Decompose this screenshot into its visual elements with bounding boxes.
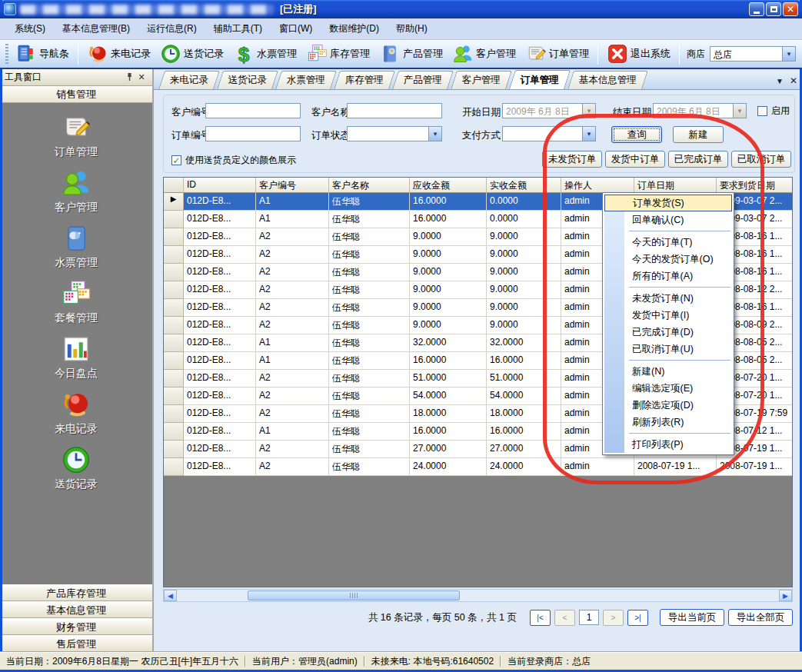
tab-2[interactable]: 水票管理 xyxy=(275,71,337,89)
delivery-color-checkbox[interactable]: ✓ xyxy=(171,155,181,165)
sidebar-item-1[interactable]: 客户管理 xyxy=(18,168,134,223)
table-row[interactable]: 012D-E8...A2伍华聪24.000024.0000admin2008-0… xyxy=(164,458,792,476)
start-date-picker[interactable]: 2009年 6月 8日 ▼ xyxy=(502,103,596,118)
product-book-icon xyxy=(379,43,401,65)
menubar-item-1[interactable]: 基本信息管理(B) xyxy=(54,20,138,38)
menubar-item-0[interactable]: 系统(S) xyxy=(6,20,54,38)
quick-filter-button-1[interactable]: 发货中订单 xyxy=(605,151,665,168)
toolbar-button-5[interactable]: 产品管理 xyxy=(374,41,448,67)
context-menu-item-15[interactable]: 刷新列表(R) xyxy=(604,414,732,431)
pin-icon[interactable] xyxy=(123,72,135,83)
sidebar-item-0[interactable]: 订单管理 xyxy=(18,112,134,168)
sidebar-group-header[interactable]: 销售管理 xyxy=(0,86,152,103)
sidebar-group-button-2[interactable]: 财务管理 xyxy=(0,618,152,635)
order-no-input[interactable] xyxy=(205,126,301,141)
context-menu-item-8[interactable]: 发货中订单(I) xyxy=(604,307,732,324)
customer-name-input[interactable] xyxy=(347,103,442,118)
export-all-pages-button[interactable]: 导出全部页 xyxy=(728,609,793,626)
toolbar-button-7[interactable]: 订单管理 xyxy=(521,41,594,67)
chevron-down-icon[interactable]: ▼ xyxy=(782,47,795,61)
tab-3[interactable]: 库存管理 xyxy=(334,71,395,89)
toolbar-button-8[interactable]: 退出系统 xyxy=(602,41,675,67)
chevron-down-icon[interactable]: ▼ xyxy=(428,127,441,141)
chevron-down-icon[interactable]: ▼ xyxy=(582,127,595,141)
export-current-page-button[interactable]: 导出当前页 xyxy=(660,609,724,626)
menubar-item-4[interactable]: 窗口(W) xyxy=(271,20,321,38)
next-page-button[interactable]: > xyxy=(603,610,624,626)
column-header-1[interactable]: 客户编号 xyxy=(256,178,329,193)
menubar-item-6[interactable]: 帮助(H) xyxy=(388,20,436,38)
sidebar-item-4[interactable]: 今日盘点 xyxy=(18,334,134,389)
column-header-5[interactable]: 操作人 xyxy=(561,178,634,193)
context-menu-item-4[interactable]: 今天的发货订单(O) xyxy=(604,251,732,268)
sidebar-close-icon[interactable]: ✕ xyxy=(135,72,148,82)
close-button[interactable]: ✕ xyxy=(783,2,798,16)
column-header-6[interactable]: 订单日期 xyxy=(634,178,717,193)
toolbar-button-4[interactable]: 库存管理 xyxy=(301,41,374,67)
context-menu-item-3[interactable]: 今天的订单(T) xyxy=(604,234,732,251)
context-menu-item-0[interactable]: 订单发货(S) xyxy=(604,195,732,211)
context-menu-item-9[interactable]: 已完成订单(D) xyxy=(604,324,732,341)
tab-list-dropdown-icon[interactable]: ▼ xyxy=(776,77,784,85)
column-header-2[interactable]: 客户名称 xyxy=(329,178,410,193)
customer-no-input[interactable] xyxy=(205,103,301,118)
tab-1[interactable]: 送货记录 xyxy=(217,71,278,89)
shop-combobox[interactable]: 总店 ▼ xyxy=(710,46,796,62)
end-date-picker[interactable]: 2009年 6月 8日 ▼ xyxy=(653,103,747,118)
sidebar-group-button-1[interactable]: 基本信息管理 xyxy=(0,601,152,618)
menubar-item-5[interactable]: 数据维护(D) xyxy=(321,20,388,38)
query-button[interactable]: 查询 xyxy=(611,126,662,143)
context-menu-item-14[interactable]: 删除选定项(D) xyxy=(604,397,732,414)
first-page-button[interactable]: |< xyxy=(530,610,551,626)
sidebar-item-3[interactable]: 套餐管理 xyxy=(18,278,134,334)
context-menu-item-10[interactable]: 已取消订单(U) xyxy=(604,341,732,358)
quick-filter-button-3[interactable]: 已取消订单 xyxy=(731,151,791,168)
context-menu-item-1[interactable]: 回单确认(C) xyxy=(604,211,732,228)
prev-page-button[interactable]: < xyxy=(554,610,575,626)
toolbar-button-6[interactable]: 客户管理 xyxy=(448,41,521,67)
sidebar-group-button-0[interactable]: 产品库存管理 xyxy=(0,584,152,601)
scroll-left-icon[interactable]: ◀ xyxy=(164,590,177,601)
menubar-item-3[interactable]: 辅助工具(T) xyxy=(205,20,271,38)
toolbar-grip[interactable] xyxy=(5,44,8,64)
maximize-button[interactable] xyxy=(766,2,781,16)
horizontal-scrollbar[interactable]: ◀ ▶ xyxy=(163,589,793,602)
table-cell: 16.0000 xyxy=(410,193,487,211)
context-menu-item-13[interactable]: 编辑选定项(E) xyxy=(604,380,732,397)
sidebar-item-6[interactable]: 送货记录 xyxy=(18,444,134,500)
tab-close-icon[interactable]: ✕ xyxy=(790,75,797,86)
tab-5[interactable]: 客户管理 xyxy=(451,71,512,89)
enable-checkbox[interactable] xyxy=(757,106,767,116)
tab-0[interactable]: 来电记录 xyxy=(158,71,220,89)
title-bar: [已注册] ✕ xyxy=(0,0,802,18)
context-menu-item-7[interactable]: 未发货订单(N) xyxy=(604,290,732,307)
tab-6[interactable]: 订单管理 xyxy=(509,70,571,89)
toolbar-button-1[interactable]: 来电记录 xyxy=(82,41,155,67)
quick-filter-button-2[interactable]: 已完成订单 xyxy=(668,151,728,168)
tab-7[interactable]: 基本信息管理 xyxy=(567,71,648,89)
sidebar-group-button-3[interactable]: 售后管理 xyxy=(0,635,152,652)
tab-4[interactable]: 产品管理 xyxy=(392,71,454,89)
context-menu-item-17[interactable]: 打印列表(P) xyxy=(604,436,732,453)
column-header-7[interactable]: 要求到货日期 xyxy=(717,178,793,193)
scroll-right-icon[interactable]: ▶ xyxy=(779,590,792,601)
toolbar-button-0[interactable]: 导航条 xyxy=(11,41,74,67)
column-header-4[interactable]: 实收金额 xyxy=(487,178,561,193)
toolbar-button-2[interactable]: 送货记录 xyxy=(155,41,228,67)
page-number-input[interactable] xyxy=(579,610,599,625)
column-header-0[interactable]: ID xyxy=(184,178,256,193)
last-page-button[interactable]: >| xyxy=(627,610,648,626)
quick-filter-button-0[interactable]: 未发货订单 xyxy=(542,151,602,168)
minimize-button[interactable] xyxy=(749,2,764,16)
order-state-combobox[interactable]: ▼ xyxy=(347,126,442,141)
toolbar-button-3[interactable]: $水票管理 xyxy=(228,41,301,67)
context-menu-item-5[interactable]: 所有的订单(A) xyxy=(604,268,732,284)
new-button[interactable]: 新建 xyxy=(673,126,724,143)
menubar-item-2[interactable]: 运行信息(R) xyxy=(138,20,205,38)
pay-method-combobox[interactable]: ▼ xyxy=(502,126,596,141)
column-header-3[interactable]: 应收金额 xyxy=(410,178,487,193)
scrollbar-thumb[interactable] xyxy=(248,590,460,600)
sidebar-item-2[interactable]: 水票管理 xyxy=(18,223,134,278)
sidebar-item-5[interactable]: 来电记录 xyxy=(18,389,134,444)
context-menu-item-12[interactable]: 新建(N) xyxy=(604,363,732,380)
